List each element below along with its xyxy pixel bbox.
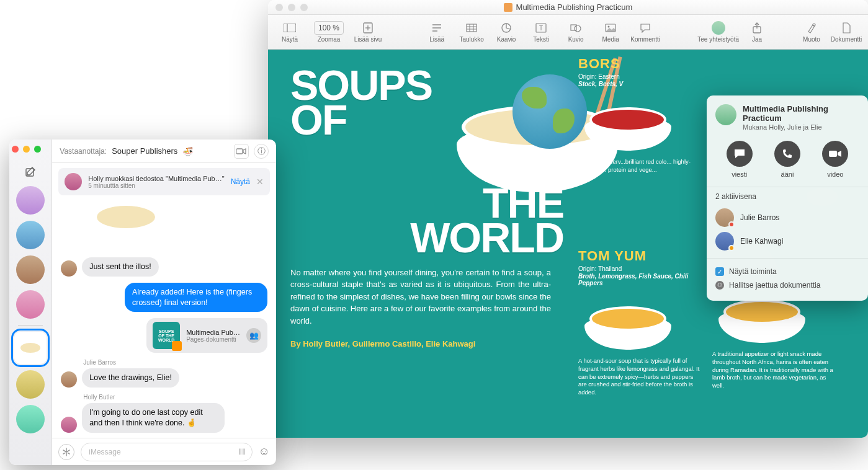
svg-rect-0 — [284, 24, 296, 32]
sidebar-divider — [18, 325, 43, 326]
audio-message-icon[interactable]: ⦀⦀ — [238, 446, 246, 457]
minimize-window-button[interactable] — [23, 146, 30, 153]
conversation-avatar-selected[interactable] — [14, 332, 47, 364]
collab-message-button[interactable]: viesti — [727, 141, 753, 178]
share-icon — [750, 21, 764, 35]
conversation-avatar-2[interactable] — [16, 221, 45, 249]
tomyum-illustration — [578, 294, 678, 350]
pages-app-window: Multimedia Publishing Practicum Näytä 10… — [268, 0, 868, 438]
collaboration-badge-icon: 👥 — [246, 328, 261, 343]
notify-close-button[interactable]: ✕ — [256, 177, 264, 187]
close-window-button[interactable] — [275, 4, 283, 11]
avatar — [61, 371, 77, 388]
people-icon: ⚇ — [715, 281, 724, 290]
avatar-julie — [715, 208, 734, 227]
window-controls — [12, 146, 41, 153]
comment-icon — [638, 21, 652, 35]
close-window-button[interactable] — [12, 146, 19, 153]
table-button[interactable]: Taulukko — [455, 17, 488, 48]
manage-shared-doc-button[interactable]: ⚇ Hallitse jaettua dokumenttia — [715, 278, 859, 292]
zoom-button[interactable]: 100 % Zoomaa — [308, 17, 350, 48]
svg-rect-23 — [829, 151, 837, 157]
media-button[interactable]: Media — [594, 17, 627, 48]
notify-show-button[interactable]: Näytä — [231, 177, 250, 186]
input-placeholder: iMessage — [89, 448, 120, 456]
add-page-button[interactable]: Lisää sivu — [351, 17, 385, 48]
shape-icon — [569, 21, 583, 35]
appstore-icon — [62, 448, 71, 456]
notify-text: Holly muokkasi tiedostoa "Multimedia Pub… — [88, 175, 224, 182]
svg-point-17 — [575, 25, 581, 32]
message-bubble-incoming[interactable]: Love the drawings, Elie! — [82, 368, 179, 388]
edit-notification-banner: Holly muokkasi tiedostoa "Multimedia Pub… — [58, 168, 270, 195]
minimize-window-button[interactable] — [288, 4, 295, 11]
show-activity-checkbox-row[interactable]: ✓ Näytä toiminta — [715, 265, 859, 278]
comment-button[interactable]: Kommentti — [629, 17, 662, 48]
emoji-picker-button[interactable]: ☺ — [259, 445, 270, 458]
collab-person-elie[interactable]: Elie Kahwagi — [715, 229, 859, 253]
doc-intro-text: No matter where you find yourself dining… — [290, 267, 551, 327]
message-icon — [727, 141, 753, 167]
insert-icon — [430, 21, 444, 35]
svg-text:T: T — [539, 25, 543, 32]
shape-button[interactable]: Kuvio — [559, 17, 593, 48]
collaborate-button[interactable]: Tee yhteistyötä — [697, 17, 739, 48]
message-input-field[interactable]: iMessage ⦀⦀ — [81, 443, 252, 461]
conversation-avatar-3[interactable] — [16, 255, 45, 284]
video-icon — [822, 141, 848, 167]
document-canvas[interactable]: SOUPS OF THE WORLD No matter where you f… — [268, 50, 868, 438]
collaboration-popover: Multimedia Publishing Practicum Mukana H… — [707, 95, 868, 301]
collab-title: Multimedia Publishing Practicum — [743, 104, 859, 123]
fullscreen-window-button[interactable] — [34, 146, 41, 153]
message-input-bar: iMessage ⦀⦀ ☺ — [52, 438, 276, 465]
format-button[interactable]: Muoto — [795, 17, 828, 48]
text-button[interactable]: T Teksti — [524, 17, 558, 48]
message-thread[interactable]: Just sent the illos! Already added! Here… — [52, 200, 276, 438]
notify-avatar — [65, 173, 82, 190]
borscht-illustration — [578, 95, 678, 151]
view-button[interactable]: Näytä — [273, 17, 306, 48]
compose-icon — [25, 166, 36, 177]
avatar — [61, 417, 77, 433]
compose-button[interactable] — [22, 164, 38, 180]
message-document-attachment[interactable]: SOUPSOF THEWORLD Multimedia Pub… Pages-d… — [146, 318, 267, 353]
pages-file-icon: SOUPSOF THEWORLD — [153, 322, 180, 349]
conversation-avatar-1[interactable] — [16, 186, 45, 215]
pages-titlebar[interactable]: Multimedia Publishing Practicum — [268, 0, 868, 15]
collab-subtitle: Mukana Holly, Julie ja Elie — [743, 123, 859, 131]
checkbox-checked-icon: ✓ — [715, 267, 724, 276]
chart-icon — [499, 21, 513, 35]
fullscreen-window-button[interactable] — [300, 4, 308, 11]
message-bubble-outgoing[interactable]: Already added! Here is the (fingers cros… — [125, 283, 267, 313]
message-bubble-incoming[interactable]: I'm going to do one last copy edit and t… — [82, 403, 225, 433]
conversation-avatar-4[interactable] — [16, 290, 45, 319]
collab-video-button[interactable]: video — [822, 141, 848, 178]
phone-icon — [774, 141, 800, 167]
avatar-elie — [715, 232, 734, 251]
collab-audio-button[interactable]: ääni — [774, 141, 800, 178]
collab-doc-avatar — [715, 104, 736, 125]
info-button[interactable]: ⓘ — [254, 144, 269, 159]
sender-label: Julie Barros — [83, 359, 267, 366]
conversation-avatar-6[interactable] — [16, 370, 45, 399]
group-soup-icon: 🍜 — [182, 146, 193, 156]
collab-person-julie[interactable]: Julie Barros — [715, 206, 859, 229]
insert-button[interactable]: Lisää — [420, 17, 454, 48]
share-button[interactable]: Jaa — [740, 17, 774, 48]
document-button[interactable]: Dokumentti — [830, 17, 863, 48]
pages-toolbar: Näytä 100 % Zoomaa Lisää sivu Lisää Taul… — [268, 15, 868, 50]
document-icon — [839, 21, 853, 35]
facetime-video-button[interactable] — [234, 144, 249, 159]
message-bubble-incoming[interactable]: Just sent the illos! — [82, 257, 158, 277]
message-attachment-image[interactable] — [83, 205, 164, 251]
svg-rect-8 — [467, 24, 477, 32]
window-controls — [275, 4, 308, 11]
svg-rect-25 — [236, 149, 243, 154]
collaborate-avatar-icon — [712, 21, 725, 35]
sender-label: Holly Butler — [83, 394, 267, 401]
svg-point-19 — [608, 26, 610, 28]
apps-button[interactable] — [58, 444, 74, 460]
chart-button[interactable]: Kaavio — [490, 17, 523, 48]
conversation-avatar-7[interactable] — [16, 405, 45, 433]
soup-card-borscht: BORS Origin: Eastern Stock, Beets, V A t… — [578, 56, 702, 174]
